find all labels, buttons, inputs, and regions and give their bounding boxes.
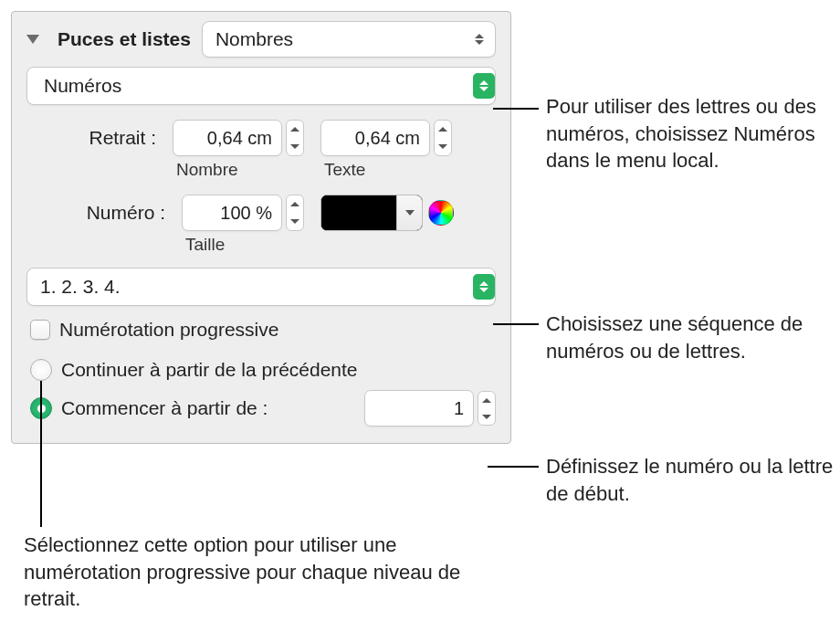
number-size-caption: Taille [182, 235, 225, 255]
sequence-popup-label: 1. 2. 3. 4. [40, 276, 121, 298]
chevron-updown-icon [478, 279, 490, 295]
disclosure-triangle-icon[interactable] [26, 35, 39, 44]
number-size-field[interactable] [182, 195, 282, 231]
number-format-popup-label: Numéros [40, 75, 121, 97]
continue-from-previous-radio[interactable] [30, 359, 52, 381]
callout-start: Définissez le numéro ou la lettre de déb… [546, 453, 838, 507]
sequence-popup[interactable]: 1. 2. 3. 4. [26, 268, 496, 306]
tiered-numbers-label: Numérotation progressive [59, 319, 278, 341]
number-size-label: Numéro : [78, 195, 165, 224]
popup-indicator-button [473, 274, 495, 300]
tiered-numbers-checkbox[interactable] [30, 320, 50, 340]
color-wheel-icon[interactable] [428, 200, 454, 226]
color-dropdown-arrow[interactable] [396, 195, 422, 230]
start-from-radio[interactable] [30, 397, 52, 419]
chevron-updown-icon [478, 78, 490, 94]
text-indent-stepper[interactable] [320, 120, 452, 156]
annotated-panel-figure: Puces et listes Nombres Numéros Retrait … [11, 11, 829, 621]
bullets-and-lists-panel: Puces et listes Nombres Numéros Retrait … [11, 11, 511, 444]
number-indent-stepper[interactable] [173, 120, 304, 156]
stepper-buttons[interactable] [286, 120, 304, 156]
callout-tiered: Sélectionnez cette option pour utiliser … [24, 532, 480, 613]
color-swatch [321, 195, 396, 230]
start-from-label: Commencer à partir de : [61, 397, 268, 419]
list-style-popup[interactable]: Nombres [202, 21, 496, 58]
continue-from-previous-label: Continuer à partir de la précédente [61, 359, 358, 381]
text-indent-field[interactable] [320, 120, 430, 156]
callout-format: Pour utiliser des lettres ou des numéros… [546, 93, 838, 174]
stepper-buttons[interactable] [434, 120, 452, 156]
number-color-well[interactable] [320, 195, 423, 231]
start-from-stepper[interactable] [364, 390, 496, 427]
number-indent-caption: Nombre [173, 160, 238, 180]
start-from-field[interactable] [364, 390, 474, 427]
chevron-updown-icon [473, 31, 486, 47]
stepper-buttons[interactable] [478, 391, 496, 426]
section-title: Puces et listes [58, 28, 191, 50]
indent-label: Retrait : [78, 120, 156, 149]
number-format-popup[interactable]: Numéros [26, 67, 496, 105]
callout-sequence: Choisissez une séquence de numéros ou de… [546, 311, 838, 364]
list-style-popup-label: Nombres [215, 28, 293, 50]
text-indent-caption: Texte [320, 160, 365, 180]
leader-line [488, 466, 539, 468]
stepper-buttons[interactable] [286, 195, 304, 231]
popup-indicator-button [473, 73, 495, 99]
number-size-stepper[interactable] [182, 195, 304, 231]
number-indent-field[interactable] [173, 120, 282, 156]
